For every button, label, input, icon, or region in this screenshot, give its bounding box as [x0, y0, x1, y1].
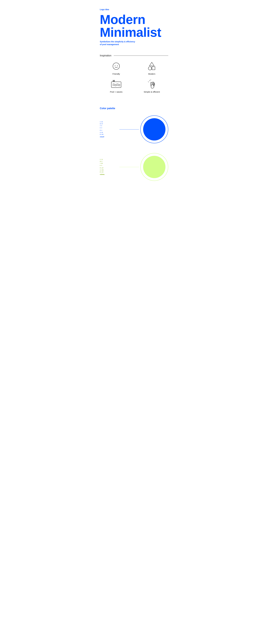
inspiration-divider: [114, 56, 168, 56]
green-circle-inner: [143, 156, 166, 178]
friendly-label: Friendly: [112, 73, 120, 75]
green-swatch: C: 31M: 0Y: 86K: 0 R: 197G: 255B: 120 #d…: [100, 153, 168, 181]
green-rgb: R: 197G: 255B: 120: [100, 167, 118, 173]
blue-circle-inner: [143, 118, 166, 140]
modern-icon: [147, 61, 157, 71]
svg-rect-5: [152, 67, 155, 70]
svg-point-4: [148, 67, 152, 70]
main-title: Modern Minimalist: [100, 13, 168, 39]
modern-label: Modern: [148, 73, 155, 75]
svg-marker-3: [150, 62, 154, 66]
blue-circle-wrapper: [140, 116, 168, 143]
inspiration-grid: Friendly Modern: [100, 61, 168, 93]
logo-idea-section: Logo idea Modern Minimalist Symbolizes t…: [100, 8, 168, 46]
svg-point-0: [113, 63, 119, 70]
page-container: Logo idea Modern Minimalist Symbolizes t…: [88, 0, 180, 199]
snap-icon: [147, 79, 157, 89]
inspiration-label: Inspiration: [100, 54, 111, 57]
green-color-info: C: 31M: 0Y: 86K: 0 R: 197G: 255B: 120 #d…: [100, 158, 118, 176]
svg-line-13: [148, 82, 149, 82]
friendly-icon: [111, 61, 121, 71]
blue-color-info: C: 83M: 67Y: 0K: 0 R: 0G: 84B: 255 #0052…: [100, 121, 118, 138]
inspiration-item-pool: Pool + waves: [100, 79, 133, 93]
color-palette-section: Color palette C: 83M: 67Y: 0K: 0 R: 0G: …: [100, 107, 168, 181]
color-palette-title: Color palette: [100, 107, 168, 110]
blue-connector: [119, 129, 139, 130]
svg-line-12: [151, 80, 151, 80]
svg-point-2: [117, 65, 118, 66]
inspiration-header: Inspiration: [100, 54, 168, 57]
green-hex: #d2fe8a: [100, 174, 118, 176]
efficient-label: Simple & efficient: [144, 91, 160, 93]
svg-point-1: [115, 65, 115, 66]
blue-hex: #0052ff: [100, 136, 118, 138]
pool-icon: [111, 79, 121, 89]
inspiration-item-efficient: Simple & efficient: [136, 79, 168, 93]
inspiration-section: Inspiration Friendly: [100, 54, 168, 93]
blue-swatch: C: 83M: 67Y: 0K: 0 R: 0G: 84B: 255 #0052…: [100, 116, 168, 143]
svg-line-11: [150, 80, 150, 81]
blue-rgb: R: 0G: 84B: 255: [100, 129, 118, 135]
inspiration-item-modern: Modern: [136, 61, 168, 75]
logo-idea-label: Logo idea: [100, 8, 168, 10]
green-cmyk: C: 31M: 0Y: 86K: 0: [100, 158, 118, 166]
inspiration-item-friendly: Friendly: [100, 61, 133, 75]
pool-label: Pool + waves: [110, 91, 122, 93]
blue-cmyk: C: 83M: 67Y: 0K: 0: [100, 121, 118, 129]
green-circle-wrapper: [140, 153, 168, 181]
tagline: Symbolizes the simplicity & efficiency o…: [100, 40, 136, 46]
